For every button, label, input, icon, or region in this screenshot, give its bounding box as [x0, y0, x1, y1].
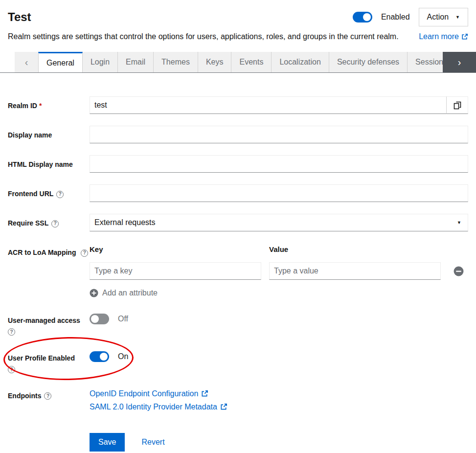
user-profile-enabled-row: User Profile Enabled ? On	[8, 349, 468, 375]
tab-label: Login	[91, 58, 110, 67]
help-icon[interactable]: ?	[56, 191, 64, 198]
acr-key-input[interactable]	[90, 262, 261, 280]
remove-attribute-button[interactable]	[449, 266, 468, 276]
toggle-knob	[100, 353, 108, 361]
user-managed-access-state: Off	[118, 315, 128, 323]
page-title: Test	[8, 10, 31, 24]
help-icon[interactable]: ?	[44, 392, 51, 400]
form-actions: Save Revert	[8, 433, 468, 452]
tab-security-defenses[interactable]: Security defenses	[329, 52, 408, 72]
help-icon[interactable]: ?	[8, 328, 15, 336]
user-profile-enabled-state: On	[118, 352, 128, 361]
require-ssl-label: Require SSL?	[8, 214, 90, 231]
copy-to-clipboard-button[interactable]	[446, 96, 468, 114]
realm-id-label: Realm ID*	[8, 96, 90, 114]
realm-id-input[interactable]	[90, 96, 446, 114]
caret-down-icon: ▼	[457, 221, 461, 225]
user-managed-access-row: User-managed access ? Off	[8, 311, 468, 337]
help-icon[interactable]: ?	[51, 220, 59, 227]
tabs-scroll-right-button[interactable]: ›	[443, 52, 476, 72]
key-column-header: Key	[90, 243, 261, 253]
realm-enabled-label: Enabled	[381, 13, 410, 22]
minus-circle-icon	[453, 266, 464, 276]
acr-value-input[interactable]	[269, 262, 441, 280]
html-display-name-row: HTML Display name	[8, 155, 468, 173]
tab-localization[interactable]: Localization	[272, 52, 329, 72]
display-name-input[interactable]	[90, 126, 468, 143]
saml-identity-provider-metadata-link[interactable]: SAML 2.0 Identity Provider Metadata	[90, 403, 227, 411]
tab-events[interactable]: Events	[231, 52, 272, 72]
acr-to-loa-row: ACR to LoA Mapping ? Key Value Add an at…	[8, 243, 468, 299]
tab-label: Sessions	[415, 58, 443, 67]
external-link-icon	[201, 390, 208, 397]
tab-label: Security defenses	[337, 58, 399, 67]
tabs-scroll-left-button[interactable]: ‹	[15, 52, 38, 72]
require-ssl-selected-value: External requests	[94, 218, 156, 227]
user-profile-enabled-label: User Profile Enabled ?	[8, 349, 90, 375]
add-attribute-label: Add an attribute	[102, 289, 158, 297]
realm-enabled-toggle[interactable]	[353, 12, 372, 23]
user-profile-enabled-toggle[interactable]	[90, 351, 109, 362]
tab-sessions[interactable]: Sessions	[408, 52, 443, 72]
tab-bar-left-spacer	[0, 52, 15, 72]
learn-more-label: Learn more	[419, 32, 459, 41]
required-marker: *	[39, 102, 42, 110]
toggle-knob	[91, 315, 99, 323]
realm-id-row: Realm ID*	[8, 96, 468, 114]
html-display-name-input[interactable]	[90, 155, 468, 173]
user-managed-access-label: User-managed access ?	[8, 311, 90, 337]
chevron-right-icon: ›	[458, 57, 461, 68]
frontend-url-input[interactable]	[90, 184, 468, 202]
help-icon[interactable]: ?	[8, 366, 15, 373]
copy-icon	[453, 101, 461, 110]
tab-general[interactable]: General	[38, 52, 83, 72]
tab-label: Themes	[161, 58, 190, 67]
action-dropdown-label: Action	[427, 13, 449, 22]
tab-themes[interactable]: Themes	[154, 52, 198, 72]
endpoints-label: Endpoints?	[8, 386, 90, 411]
help-icon[interactable]: ?	[81, 249, 88, 257]
external-link-icon	[220, 403, 227, 410]
display-name-row: Display name	[8, 126, 468, 143]
openid-endpoint-configuration-link[interactable]: OpenID Endpoint Configuration	[90, 389, 208, 398]
general-settings-form: Realm ID* Display name HTML Display name…	[0, 73, 476, 453]
tab-list: General Login Email Themes Keys Events L…	[38, 52, 443, 72]
chevron-left-icon: ‹	[25, 57, 28, 68]
display-name-label: Display name	[8, 126, 90, 143]
tab-label: Email	[126, 58, 145, 67]
require-ssl-row: Require SSL? External requests ▼	[8, 214, 468, 231]
plus-circle-icon	[90, 289, 98, 297]
tab-label: Keys	[206, 58, 224, 67]
page-header: Test Enabled Action ▼ Realm settings are…	[0, 0, 476, 42]
tab-label: Events	[239, 58, 263, 67]
tab-keys[interactable]: Keys	[198, 52, 232, 72]
endpoints-row: Endpoints? OpenID Endpoint Configuration…	[8, 386, 468, 411]
save-button[interactable]: Save	[90, 433, 125, 452]
revert-button[interactable]: Revert	[141, 438, 164, 447]
html-display-name-label: HTML Display name	[8, 155, 90, 173]
learn-more-link[interactable]: Learn more	[419, 32, 468, 41]
tab-bar: ‹ General Login Email Themes Keys Events…	[0, 52, 476, 73]
require-ssl-select[interactable]: External requests ▼	[90, 214, 468, 231]
action-dropdown-button[interactable]: Action ▼	[419, 8, 468, 26]
caret-down-icon: ▼	[455, 15, 460, 20]
tab-email[interactable]: Email	[118, 52, 154, 72]
tab-label: Localization	[279, 58, 321, 67]
tab-label: General	[46, 59, 74, 68]
user-managed-access-toggle[interactable]	[90, 314, 109, 324]
tab-login[interactable]: Login	[83, 52, 118, 72]
external-link-icon	[461, 33, 468, 40]
toggle-knob	[363, 13, 371, 21]
frontend-url-label: Frontend URL?	[8, 184, 90, 202]
acr-to-loa-label: ACR to LoA Mapping ?	[8, 243, 90, 299]
add-attribute-button[interactable]: Add an attribute	[90, 289, 158, 297]
frontend-url-row: Frontend URL?	[8, 184, 468, 202]
realm-settings-description: Realm settings are settings that control…	[8, 31, 399, 42]
value-column-header: Value	[269, 243, 441, 253]
